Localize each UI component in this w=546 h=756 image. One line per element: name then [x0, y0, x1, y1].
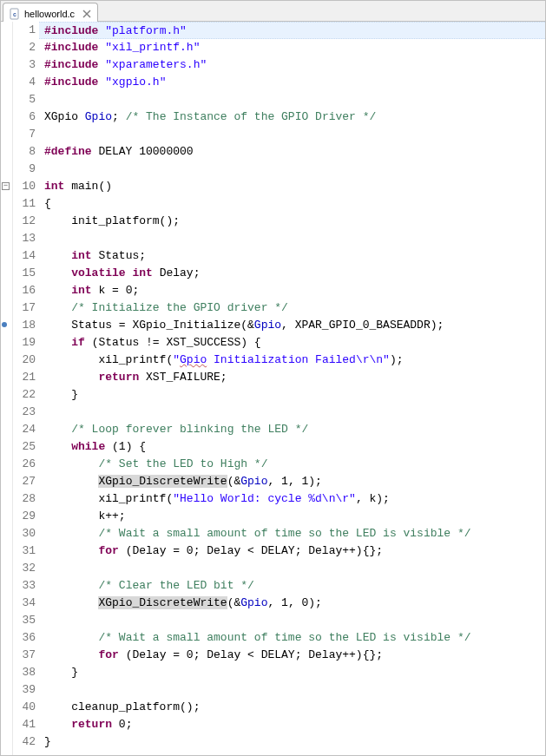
code-area[interactable]: #include "platform.h"#include "xil_print… — [39, 22, 545, 755]
code-line[interactable]: /* Set the LED to High */ — [44, 456, 545, 473]
marker-ruler: − — [1, 22, 13, 755]
code-line[interactable]: #include "platform.h" — [39, 22, 545, 39]
line-number: 37 — [13, 647, 36, 664]
code-line[interactable]: #include "xgpio.h" — [44, 74, 545, 91]
line-number: 11 — [13, 195, 36, 213]
line-number: 31 — [13, 542, 36, 560]
code-line[interactable]: /* Wait a small amount of time so the LE… — [44, 525, 545, 542]
code-line[interactable]: xil_printf("Hello World: cycle %d\n\r", … — [44, 490, 545, 508]
line-number: 18 — [13, 317, 36, 334]
line-number: 15 — [13, 265, 36, 282]
code-line[interactable]: for (Delay = 0; Delay < DELAY; Delay++){… — [44, 647, 545, 664]
line-number: 20 — [13, 352, 36, 369]
code-line[interactable] — [44, 612, 545, 629]
line-number: 26 — [13, 456, 36, 473]
line-number: 4 — [13, 74, 36, 91]
line-number: 29 — [13, 508, 36, 525]
tab-filename: helloworld.c — [24, 9, 75, 19]
line-number: 12 — [13, 213, 36, 230]
svg-text:c: c — [13, 11, 16, 17]
code-line[interactable]: XGpio Gpio; /* The Instance of the GPIO … — [44, 108, 545, 126]
code-line[interactable]: /* Loop forever blinking the LED */ — [44, 421, 545, 438]
line-number: 32 — [13, 560, 36, 577]
code-line[interactable]: int k = 0; — [44, 282, 545, 299]
tab-bar: c helloworld.c — [1, 1, 545, 22]
code-line[interactable]: int main() — [44, 178, 545, 195]
code-line[interactable] — [44, 404, 545, 421]
line-number: 23 — [13, 404, 36, 421]
code-line[interactable] — [44, 230, 545, 247]
line-number: 9 — [13, 161, 36, 178]
line-number: 19 — [13, 334, 36, 352]
code-line[interactable]: while (1) { — [44, 438, 545, 456]
line-number: 14 — [13, 247, 36, 265]
line-number: 42 — [13, 733, 36, 751]
line-number: 27 — [13, 473, 36, 490]
code-line[interactable]: return XST_FAILURE; — [44, 369, 545, 386]
code-line[interactable]: k++; — [44, 508, 545, 525]
code-line[interactable]: /* Wait a small amount of time so the LE… — [44, 629, 545, 647]
line-number: 30 — [13, 525, 36, 542]
line-number: 3 — [13, 56, 36, 74]
line-number: 17 — [13, 299, 36, 317]
code-line[interactable]: #include "xparameters.h" — [44, 56, 545, 74]
fold-toggle[interactable]: − — [2, 182, 10, 190]
line-number: 2 — [13, 39, 36, 56]
code-line[interactable]: { — [44, 195, 545, 213]
code-line[interactable]: int Status; — [44, 247, 545, 265]
code-line[interactable] — [44, 126, 545, 143]
c-file-icon: c — [9, 8, 21, 20]
code-line[interactable]: volatile int Delay; — [44, 265, 545, 282]
line-number-gutter: 1234567891011121314151617181920212223242… — [13, 22, 39, 755]
line-number: 36 — [13, 629, 36, 647]
code-line[interactable]: if (Status != XST_SUCCESS) { — [44, 334, 545, 352]
code-editor[interactable]: − 12345678910111213141516171819202122232… — [1, 22, 545, 755]
line-number: 10 — [13, 178, 36, 195]
code-line[interactable]: XGpio_DiscreteWrite(&Gpio, 1, 0); — [44, 595, 545, 612]
code-line[interactable]: for (Delay = 0; Delay < DELAY; Delay++){… — [44, 542, 545, 560]
line-number: 1 — [13, 22, 36, 39]
code-line[interactable]: } — [44, 664, 545, 681]
code-line[interactable]: /* Clear the LED bit */ — [44, 577, 545, 595]
line-number: 16 — [13, 282, 36, 299]
line-number: 24 — [13, 421, 36, 438]
line-number: 13 — [13, 230, 36, 247]
line-number: 21 — [13, 369, 36, 386]
code-line[interactable]: #define DELAY 10000000 — [44, 143, 545, 161]
line-number: 34 — [13, 595, 36, 612]
code-line[interactable]: Status = XGpio_Initialize(&Gpio, XPAR_GP… — [44, 317, 545, 334]
code-line[interactable]: init_platform(); — [44, 213, 545, 230]
code-line[interactable]: xil_printf("Gpio Initialization Failed\r… — [44, 352, 545, 369]
code-line[interactable] — [44, 161, 545, 178]
line-number: 41 — [13, 716, 36, 733]
code-line[interactable]: } — [44, 733, 545, 751]
code-line[interactable]: cleanup_platform(); — [44, 699, 545, 716]
line-number: 28 — [13, 490, 36, 508]
code-line[interactable]: /* Initialize the GPIO driver */ — [44, 299, 545, 317]
line-number: 25 — [13, 438, 36, 456]
line-number: 40 — [13, 699, 36, 716]
code-line[interactable] — [44, 91, 545, 108]
code-line[interactable] — [44, 560, 545, 577]
code-line[interactable]: #include "xil_printf.h" — [44, 39, 545, 56]
code-line[interactable] — [44, 681, 545, 699]
line-number: 33 — [13, 577, 36, 595]
breakpoint-marker[interactable] — [2, 322, 7, 327]
line-number: 39 — [13, 681, 36, 699]
line-number: 22 — [13, 386, 36, 404]
line-number: 7 — [13, 126, 36, 143]
line-number: 5 — [13, 91, 36, 108]
line-number: 8 — [13, 143, 36, 161]
line-number: 6 — [13, 108, 36, 126]
line-number: 35 — [13, 612, 36, 629]
code-line[interactable]: XGpio_DiscreteWrite(&Gpio, 1, 1); — [44, 473, 545, 490]
close-icon[interactable] — [82, 9, 92, 19]
code-line[interactable]: return 0; — [44, 716, 545, 733]
tab-file[interactable]: c helloworld.c — [3, 3, 98, 22]
code-line[interactable]: } — [44, 386, 545, 404]
line-number: 38 — [13, 664, 36, 681]
